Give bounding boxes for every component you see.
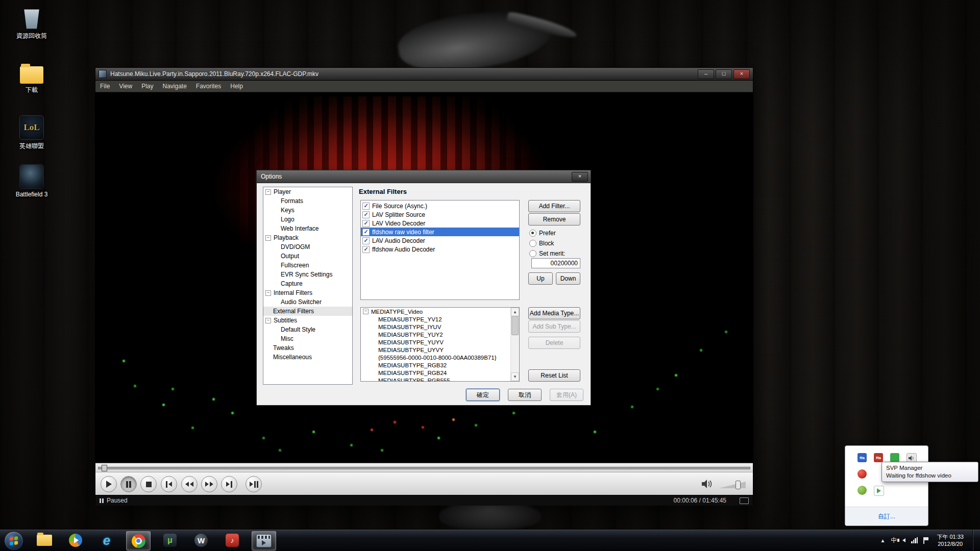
collapse-icon[interactable]: − (265, 235, 271, 241)
radio-icon[interactable] (529, 240, 536, 247)
taskbar-w-app[interactable]: W (189, 531, 213, 549)
hidden-icons-button[interactable]: ▲ (880, 538, 886, 543)
volume-tray-icon[interactable] (902, 538, 905, 542)
collapse-icon[interactable]: − (363, 309, 369, 314)
tree-item-capture[interactable]: Capture (263, 279, 352, 288)
tree-item-output[interactable]: Output (263, 252, 352, 261)
fast-forward-button[interactable] (201, 476, 217, 492)
media-subtype-row[interactable]: {59555956-0000-0010-8000-00AA00389B71} (361, 354, 519, 361)
tree-item-default-style[interactable]: Default Style (263, 325, 352, 334)
ok-button[interactable]: 確定 (466, 389, 500, 401)
taskbar-chrome[interactable] (126, 531, 151, 550)
add-media-type-button[interactable]: Add Media Type... (528, 307, 580, 319)
tree-item-logo[interactable]: Logo (263, 215, 352, 224)
network-icon[interactable] (911, 537, 918, 543)
menu-file[interactable]: File (95, 81, 114, 91)
scroll-up-button[interactable]: ▲ (511, 308, 519, 316)
show-desktop-button[interactable] (972, 530, 978, 551)
checkbox-checked[interactable]: ✓ (362, 246, 370, 253)
media-subtype-row[interactable]: MEDIASUBTYPE_YV12 (361, 315, 519, 323)
media-list-scrollbar[interactable]: ▲ ▼ (510, 308, 519, 381)
add-filter-button[interactable]: Add Filter... (528, 200, 580, 212)
minimize-button[interactable]: – (698, 69, 714, 79)
scroll-thumb[interactable] (511, 316, 519, 335)
filter-row[interactable]: ✓File Source (Async.) (361, 202, 519, 210)
skip-forward-button[interactable] (221, 476, 237, 492)
desktop-icon-battlefield3[interactable]: Battlefield 3 (5, 164, 58, 198)
frame-step-button[interactable] (246, 476, 262, 492)
checkbox-checked[interactable]: ✓ (362, 229, 370, 236)
remove-button[interactable]: Remove (528, 213, 580, 226)
red-app-tray-icon[interactable] (857, 469, 867, 479)
taskbar-ie[interactable]: e (95, 531, 118, 549)
filter-row[interactable]: ✓LAV Audio Decoder (361, 236, 519, 245)
checkbox-checked[interactable]: ✓ (362, 203, 370, 210)
collapse-icon[interactable]: − (265, 290, 271, 296)
tree-item-playback[interactable]: −Playback (263, 233, 352, 242)
tree-item-tweaks[interactable]: Tweaks (263, 343, 352, 353)
pause-button[interactable] (120, 476, 137, 492)
tree-item-fullscreen[interactable]: Fullscreen (263, 261, 352, 270)
media-subtype-row[interactable]: MEDIASUBTYPE_RGB24 (361, 369, 519, 377)
media-subtype-row[interactable]: MEDIASUBTYPE_YUYV (361, 338, 519, 346)
green-play-tray-icon[interactable] (874, 486, 884, 496)
tree-item-miscellaneous[interactable]: Miscellaneous (263, 353, 352, 362)
reset-list-button[interactable]: Reset List (528, 369, 580, 382)
block-radio[interactable]: Block (529, 240, 554, 247)
checkbox-checked[interactable]: ✓ (362, 211, 370, 218)
taskbar-red-app[interactable]: ♪ (220, 531, 244, 549)
tree-item-subtitles[interactable]: −Subtitles (263, 316, 352, 325)
clock[interactable]: 下午 01:33 2012/8/20 (937, 533, 964, 547)
tree-item-keys[interactable]: Keys (263, 206, 352, 215)
tree-item-player[interactable]: −Player (263, 187, 352, 196)
tree-item-web-interface[interactable]: Web Interface (263, 224, 352, 233)
merit-input[interactable] (531, 258, 580, 268)
scroll-down-button[interactable]: ▼ (511, 372, 519, 381)
media-subtype-row[interactable]: MEDIASUBTYPE_RGB555 (361, 377, 519, 382)
menu-view[interactable]: View (114, 81, 137, 91)
collapse-icon[interactable]: − (265, 189, 271, 195)
tree-item-audio-switcher[interactable]: Audio Switcher (263, 297, 352, 307)
skip-back-button[interactable] (161, 476, 177, 492)
prefer-radio[interactable]: Prefer (529, 230, 556, 237)
volume-slider-thumb[interactable] (736, 481, 741, 489)
checkbox-checked[interactable]: ✓ (362, 237, 370, 244)
tree-item-dvd-ogm[interactable]: DVD/OGM (263, 242, 352, 252)
up-button[interactable]: Up (528, 272, 553, 285)
radio-icon[interactable] (529, 250, 536, 257)
media-subtype-row[interactable]: MEDIASUBTYPE_RGB32 (361, 361, 519, 369)
tree-item-internal-filters[interactable]: −Internal Filters (263, 288, 352, 297)
volume-icon[interactable] (702, 480, 713, 490)
taskbar-wmp[interactable] (64, 531, 87, 549)
down-button[interactable]: Down (556, 272, 580, 285)
seek-track[interactable] (98, 467, 750, 469)
ffdshow-audio-icon[interactable]: ffa (857, 453, 867, 462)
media-subtype-row[interactable]: MEDIASUBTYPE_IYUV (361, 323, 519, 331)
ime-language-badge[interactable]: 中 (891, 536, 897, 545)
collapse-icon[interactable]: − (265, 318, 271, 323)
filter-row-selected[interactable]: ✓ffdshow raw video filter (361, 228, 519, 236)
action-center-flag-icon[interactable] (923, 537, 929, 544)
filter-row[interactable]: ✓ffdshow Audio Decoder (361, 245, 519, 254)
dialog-close-button[interactable]: × (572, 172, 588, 182)
media-type-root[interactable]: −MEDIATYPE_Video (361, 308, 519, 315)
start-button[interactable] (4, 531, 23, 550)
cancel-button[interactable]: 取消 (508, 389, 542, 401)
desktop-icon-downloads[interactable]: 下載 (5, 62, 58, 94)
dialog-titlebar[interactable]: Options × (257, 170, 591, 183)
menu-help[interactable]: Help (226, 81, 248, 91)
menu-play[interactable]: Play (137, 81, 158, 91)
maximize-button[interactable]: □ (716, 69, 732, 79)
taskbar-utorrent[interactable]: µ (158, 531, 182, 549)
desktop-icon-recycle-bin[interactable]: 資源回收筒 (5, 6, 58, 40)
stop-button[interactable] (140, 476, 157, 492)
tree-item-formats[interactable]: Formats (263, 196, 352, 206)
player-titlebar[interactable]: Hatsune.Miku.Live.Party.in.Sapporo.2011.… (95, 68, 753, 81)
menu-navigate[interactable]: Navigate (158, 81, 191, 91)
tree-item-misc[interactable]: Misc (263, 334, 352, 343)
media-subtype-row[interactable]: MEDIASUBTYPE_YUY2 (361, 331, 519, 338)
close-button[interactable]: × (733, 69, 750, 79)
rewind-button[interactable] (181, 476, 198, 492)
menu-favorites[interactable]: Favorites (191, 81, 226, 91)
ffdshow-video-icon[interactable]: ffa (874, 453, 883, 462)
